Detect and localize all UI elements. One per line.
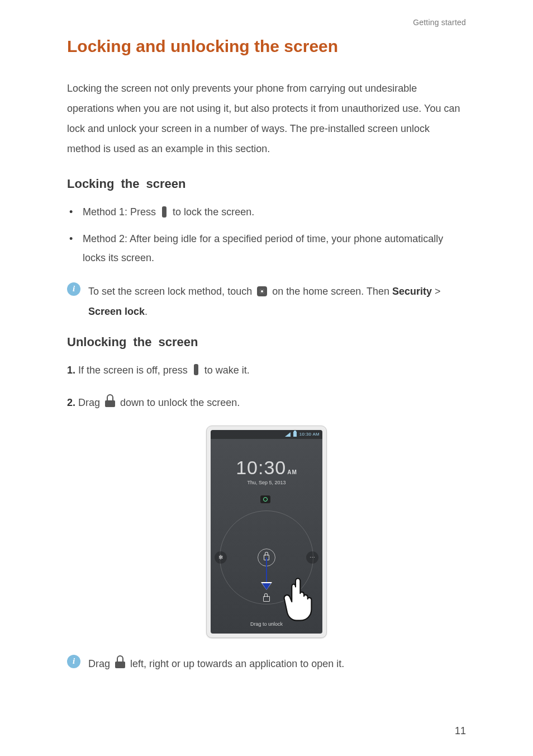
method-1: Method 1: Press to lock the screen. — [67, 202, 466, 221]
method-1-text-b: to lock the screen. — [173, 206, 254, 218]
heading-unlocking: Unlocking the screen — [67, 335, 466, 349]
signal-icon — [285, 432, 291, 437]
step-1: 1. If the screen is off, press to wake i… — [67, 361, 466, 380]
step-1-number: 1. — [67, 365, 75, 376]
clock-time-value: 10:30 — [236, 457, 286, 478]
clock-ampm: AM — [287, 469, 297, 475]
ring-target-unlock — [260, 593, 273, 605]
ring-target-left: ✻ — [215, 551, 227, 564]
status-time: 10:30 AM — [299, 432, 320, 437]
step-1-text-a: If the screen is off, press — [78, 365, 191, 376]
battery-icon — [293, 432, 297, 437]
mini-lock-icon — [263, 596, 270, 602]
tip-a: To set the screen lock method, touch — [88, 286, 255, 297]
step-2-number: 2. — [67, 397, 75, 408]
lock-icon — [115, 659, 125, 668]
locking-tip-text: To set the screen lock method, touch on … — [88, 281, 466, 322]
intro-paragraph: Locking the screen not only prevents you… — [67, 78, 466, 159]
unlocking-steps: 1. If the screen is off, press to wake i… — [67, 361, 466, 412]
ring-target-right: ⋯ — [306, 551, 318, 564]
page: Getting started Locking and unlocking th… — [0, 0, 533, 756]
info-icon: i — [67, 655, 80, 668]
method-2: Method 2: After being idle for a specifi… — [67, 229, 466, 267]
tip2-b: left, right or up towards an application… — [130, 658, 344, 669]
locking-tip: i To set the screen lock method, touch o… — [67, 281, 466, 322]
heading-locking: Locking the screen — [67, 177, 466, 191]
tip-screenlock: Screen lock — [88, 306, 145, 317]
power-button-icon — [194, 364, 198, 375]
status-bar: 10:30 AM — [211, 430, 322, 439]
settings-icon — [257, 286, 267, 296]
step-1-text-b: to wake it. — [204, 365, 250, 376]
step-2-text-b: down to unlock the screen. — [120, 397, 240, 408]
tip-b: on the home screen. Then — [272, 286, 392, 297]
step-2: 2. Drag down to unlock the screen. — [67, 393, 466, 412]
tip-sep: > — [432, 286, 441, 297]
method-1-text-a: Method 1: Press — [83, 206, 159, 218]
locking-methods-list: Method 1: Press to lock the screen. Meth… — [67, 202, 466, 268]
phone-frame: 10:30 AM 10:30AM Thu, Sep 5, 2013 ✻ ⋯ D — [206, 426, 327, 638]
hand-pointer-icon — [278, 571, 322, 622]
power-button-icon — [162, 206, 166, 218]
unlocking-tip: i Drag left, right or up towards an appl… — [67, 654, 466, 674]
tip2-a: Drag — [88, 658, 113, 669]
tip-security: Security — [392, 286, 432, 297]
unlocking-tip-text: Drag left, right or up towards an applic… — [88, 654, 344, 674]
step-2-text-a: Drag — [78, 397, 103, 408]
info-icon: i — [67, 282, 80, 296]
lock-icon — [105, 398, 115, 407]
clock-time: 10:30AM — [211, 457, 322, 479]
ring-target-camera — [260, 495, 270, 503]
drag-arrow-icon — [266, 557, 267, 589]
page-title: Locking and unlocking the screen — [67, 37, 466, 56]
clock-date: Thu, Sep 5, 2013 — [211, 480, 322, 485]
lockscreen-clock: 10:30AM Thu, Sep 5, 2013 — [211, 457, 322, 485]
phone-screen: 10:30 AM 10:30AM Thu, Sep 5, 2013 ✻ ⋯ D — [211, 430, 322, 634]
page-number: 11 — [455, 725, 466, 737]
tip-end: . — [145, 306, 147, 317]
phone-figure: 10:30 AM 10:30AM Thu, Sep 5, 2013 ✻ ⋯ D — [67, 426, 466, 638]
running-header: Getting started — [67, 18, 466, 27]
